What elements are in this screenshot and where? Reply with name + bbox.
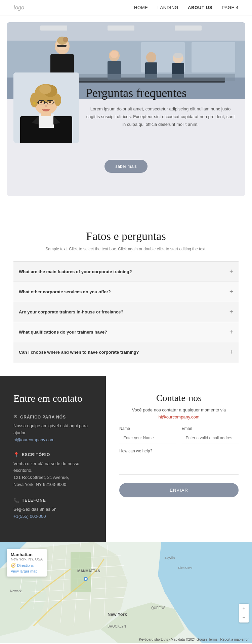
name-field-group: Name [119, 426, 176, 444]
svg-point-44 [43, 109, 49, 111]
faq-plus-2: + [229, 288, 233, 296]
svg-point-14 [63, 37, 68, 42]
faq-question-2: What other corporate services do you off… [19, 289, 111, 294]
svg-text:New York: New York [108, 612, 127, 617]
faq-question-4: What qualifications do your trainers hav… [19, 330, 107, 335]
contact-phone-title: TELEFONE [22, 498, 46, 503]
faq-item-1[interactable]: What are the main features of your corpo… [13, 262, 239, 282]
nav-links: HOME LANDING ABOUT US PAGE 4 [134, 5, 239, 10]
contact-right: Contate-nos Você pode nos contatar a qua… [106, 376, 252, 542]
contact-item-office: 📍 ESCRITÓRIO Venha dizer olá na sede do … [13, 452, 96, 488]
directions-icon: 🧭 [11, 563, 16, 568]
contact-left-title: Entre em contato [13, 393, 96, 404]
contact-section: Entre em contato ✉ GRÁFICO PARA NÓS Noss… [0, 376, 252, 542]
svg-text:Bayville: Bayville [165, 556, 175, 559]
hero-description: Lorem ipsum dolor sit amet, consectetur … [86, 105, 235, 128]
email-label: Email [182, 426, 239, 431]
nav-about[interactable]: ABOUT US [188, 5, 212, 10]
svg-point-33 [39, 85, 51, 94]
map-attribution: Keyboard shortcuts · Map data ©2024 Goog… [139, 638, 249, 641]
svg-rect-48 [39, 116, 53, 119]
larger-map-link[interactable]: View larger map [11, 569, 43, 573]
faq-plus-4: + [229, 328, 233, 336]
svg-text:QUEENS: QUEENS [151, 606, 166, 610]
faq-plus-5: + [229, 348, 233, 356]
svg-rect-3 [108, 26, 134, 31]
contact-form-subtitle: Você pode nos contatar a qualquer moment… [119, 407, 239, 412]
svg-rect-9 [192, 42, 235, 72]
logo: logo [13, 4, 24, 11]
svg-text:Glen Cove: Glen Cove [178, 566, 193, 569]
faq-question-3: Are your corporate trainers in-house or … [19, 309, 123, 314]
contact-form-name-email-row: Name Email [119, 426, 239, 444]
svg-point-18 [146, 52, 156, 63]
contact-item-phone: 📞 TELEFONE Seg-Sex das 8h às 5h +1(555) … [13, 498, 96, 519]
hero-section: Perguntas frequentes Lorem ipsum dolor s… [0, 15, 252, 196]
faq-title: Fatos e perguntas [13, 230, 239, 243]
nav-page4[interactable]: PAGE 4 [222, 5, 239, 10]
hero-title: Perguntas frequentes [86, 86, 235, 100]
svg-point-45 [33, 102, 36, 105]
phone-icon: 📞 [13, 498, 19, 503]
svg-rect-1 [7, 22, 245, 42]
contact-office-text: Venha dizer olá na sede do nosso escritó… [13, 460, 96, 488]
navbar: logo HOME LANDING ABOUT US PAGE 4 [0, 0, 252, 15]
svg-text:BROOKLYN: BROOKLYN [108, 625, 126, 628]
svg-rect-24 [74, 74, 235, 81]
faq-list: What are the main features of your corpo… [13, 261, 239, 362]
name-label: Name [119, 426, 176, 431]
email-input[interactable] [182, 432, 239, 444]
hero-float-portrait [13, 72, 79, 143]
message-textarea[interactable] [119, 455, 239, 475]
contact-email-link[interactable]: hi@ourcompany.com [13, 437, 54, 442]
name-input[interactable] [119, 432, 176, 444]
map-section: MANHATTAN New York BROOKLYN QUEENS Newar… [0, 542, 252, 643]
svg-point-41 [40, 101, 42, 103]
footer: Sample text. Click to select the Text El… [0, 643, 252, 644]
svg-point-78 [85, 578, 87, 580]
faq-item-4[interactable]: What qualifications do your trainers hav… [13, 322, 239, 342]
nav-home[interactable]: HOME [134, 5, 148, 10]
svg-text:Newark: Newark [10, 589, 22, 593]
svg-point-42 [49, 101, 51, 103]
svg-rect-4 [175, 26, 202, 31]
map-zoom-controls: + − [239, 604, 249, 623]
zoom-in-button[interactable]: + [239, 604, 249, 613]
submit-button[interactable]: ENVIAR [119, 483, 239, 497]
location-icon: 📍 [13, 452, 19, 458]
faq-plus-1: + [229, 268, 233, 276]
contact-email-text: Nossa equipe amigável está aqui para aju… [13, 423, 96, 437]
message-field-group: How can we help? [119, 449, 239, 476]
faq-plus-3: + [229, 308, 233, 316]
contact-item-email: ✉ GRÁFICO PARA NÓS Nossa equipe amigável… [13, 414, 96, 443]
zoom-out-button[interactable]: − [239, 613, 249, 623]
svg-point-22 [173, 53, 183, 58]
faq-question-1: What are the main features of your corpo… [19, 269, 132, 274]
contact-phone-link[interactable]: +1(555) 000-000 [13, 514, 46, 519]
faq-item-3[interactable]: Are your corporate trainers in-house or … [13, 302, 239, 322]
contact-form-email[interactable]: hi@ourcompany.com [119, 414, 239, 419]
map-popup: Manhattan New York, NY, USA 🧭 Directions… [7, 549, 47, 577]
svg-point-34 [30, 93, 38, 107]
svg-rect-2 [40, 26, 67, 31]
hero-text-block: Perguntas frequentes Lorem ipsum dolor s… [86, 83, 235, 136]
email-field-group: Email [182, 426, 239, 444]
svg-point-43 [45, 105, 47, 107]
map-location-sub: New York, NY, USA [11, 557, 43, 561]
directions-link[interactable]: Directions [17, 563, 34, 567]
faq-question-5: Can I choose where and when to have corp… [19, 350, 139, 355]
contact-left: Entre em contato ✉ GRÁFICO PARA NÓS Noss… [0, 376, 106, 542]
email-icon: ✉ [13, 414, 17, 420]
nav-landing[interactable]: LANDING [158, 5, 178, 10]
svg-point-35 [54, 94, 61, 106]
faq-section: Fatos e perguntas Sample text. Click to … [0, 216, 252, 369]
svg-point-23 [110, 51, 118, 58]
faq-item-2[interactable]: What other corporate services do you off… [13, 282, 239, 302]
faq-subtitle: Sample text. Click to select the text bo… [13, 247, 239, 251]
map-location-title: Manhattan [11, 552, 43, 557]
contact-form-title: Contate-nos [119, 393, 239, 403]
message-label: How can we help? [119, 449, 239, 453]
contact-email-title: GRÁFICO PARA NÓS [20, 415, 66, 419]
map-background: MANHATTAN New York BROOKLYN QUEENS Newar… [0, 542, 252, 643]
faq-item-5[interactable]: Can I choose where and when to have corp… [13, 342, 239, 362]
